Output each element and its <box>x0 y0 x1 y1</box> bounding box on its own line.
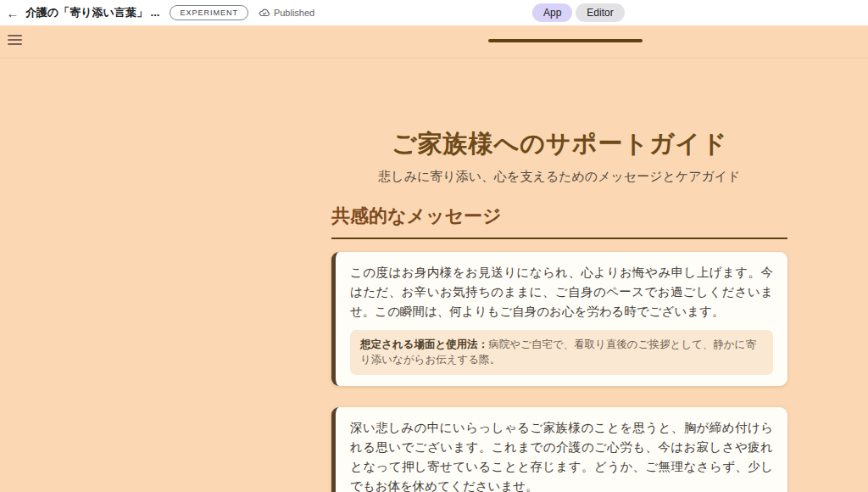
published-label: Published <box>274 8 314 18</box>
hamburger-menu-icon[interactable] <box>8 35 22 48</box>
mode-toggle: App Editor <box>532 3 625 22</box>
accent-divider-bar <box>488 39 643 42</box>
card-message-text: 深い悲しみの中にいらっしゃるご家族様のことを思うと、胸が締め付けられる思いでござ… <box>350 418 773 492</box>
app-preview-area: ご家族様へのサポートガイド 悲しみに寄り添い、心を支えるためのメッセージとケアガ… <box>0 25 868 492</box>
app-tab-button[interactable]: App <box>532 3 572 22</box>
published-status: Published <box>259 7 314 19</box>
message-card: 深い悲しみの中にいらっしゃるご家族様のことを思うと、胸が締め付けられる思いでござ… <box>331 407 787 492</box>
cloud-done-icon <box>259 7 270 19</box>
content-column: ご家族様へのサポートガイド 悲しみに寄り添い、心を支えるためのメッセージとケアガ… <box>331 83 787 492</box>
back-arrow-icon[interactable]: ← <box>0 6 25 20</box>
experiment-badge: EXPERIMENT <box>170 5 248 20</box>
message-card: この度はお身内様をお見送りになられ、心よりお悔やみ申し上げます。今はただ、お辛い… <box>331 252 787 386</box>
section-heading: 共感的なメッセージ <box>331 204 787 239</box>
top-bar: ← 介護の「寄り添い言葉」 ... EXPERIMENT Published A… <box>0 0 868 25</box>
usage-label: 想定される場面と使用法： <box>360 338 488 350</box>
page-subtitle: 悲しみに寄り添い、心を支えるためのメッセージとケアガイド <box>331 169 787 185</box>
app-title: 介護の「寄り添い言葉」 ... <box>25 5 159 20</box>
page-title: ご家族様へのサポートガイド <box>331 127 787 161</box>
card-message-text: この度はお身内様をお見送りになられ、心よりお悔やみ申し上げます。今はただ、お辛い… <box>350 263 773 321</box>
usage-box: 想定される場面と使用法：病院やご自宅で、看取り直後のご挨拶として、静かに寄り添い… <box>350 330 773 376</box>
editor-tab-button[interactable]: Editor <box>576 3 624 22</box>
app-header-band <box>0 25 868 59</box>
